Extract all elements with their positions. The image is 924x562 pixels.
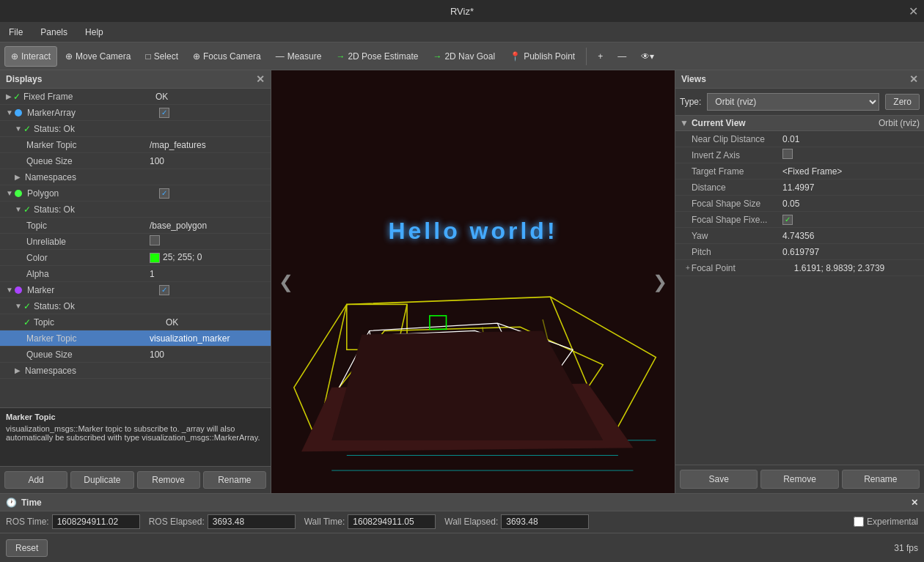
focal-shape-fixed-row[interactable]: Focal Shape Fixe... — [675, 212, 924, 228]
type-label: Type: — [680, 97, 701, 107]
duplicate-button[interactable]: Duplicate — [70, 471, 133, 489]
target-frame-row[interactable]: Target Frame <Fixed Frame> — [675, 163, 924, 180]
wall-time-field: Wall Time: — [304, 514, 436, 529]
description-box: Marker Topic visualization_msgs::Marker … — [0, 407, 271, 466]
yaw-row[interactable]: Yaw 4.74356 — [675, 228, 924, 244]
marker-array-row[interactable]: ▼ MarkerArray — [0, 105, 271, 121]
marker-status-row[interactable]: ▼ ✓ Status: Ok — [0, 298, 271, 314]
pose-estimate-button[interactable]: → 2D Pose Estimate — [329, 46, 425, 67]
polygon-row[interactable]: ▼ Polygon — [0, 185, 271, 201]
ros-time-input[interactable] — [52, 514, 140, 529]
time-close-button[interactable]: ✕ — [911, 498, 918, 508]
remove-view-button[interactable]: Remove — [760, 470, 838, 489]
nav-goal-icon: → — [433, 51, 441, 62]
measure-button[interactable]: — Measure — [269, 46, 329, 67]
interact-icon: ⊕ — [11, 51, 18, 62]
polygon-status-row[interactable]: ▼ ✓ Status: Ok — [0, 201, 271, 218]
marker-array-status-row[interactable]: ▼ ✓ Status: Ok — [0, 121, 271, 137]
reset-button[interactable]: Reset — [6, 539, 48, 557]
desc-text: visualization_msgs::Marker topic to subs… — [6, 424, 265, 442]
queue-size-row[interactable]: Queue Size 100 — [0, 153, 271, 169]
interact-button[interactable]: ⊕ Interact — [4, 46, 57, 67]
marker-topic-status-row[interactable]: ✓ Topic OK — [0, 314, 271, 330]
expand-arrow[interactable]: ▶ — [6, 92, 12, 100]
toolbar: ⊕ Interact ⊕ Move Camera □ Select ⊕ Focu… — [0, 42, 924, 70]
polygon-color-row[interactable]: Color 25; 255; 0 — [0, 250, 271, 266]
namespaces-row[interactable]: ▶ Namespaces — [0, 169, 271, 185]
right-panel: Views ✕ Type: Orbit (rviz) Zero ▼ Curren… — [675, 70, 924, 493]
menu-file[interactable]: File — [6, 26, 26, 39]
near-clip-row[interactable]: Near Clip Distance 0.01 — [675, 131, 924, 147]
polygon-dot — [15, 190, 22, 197]
save-view-button[interactable]: Save — [680, 470, 758, 489]
views-title: Views — [681, 74, 706, 84]
displays-title: Displays — [6, 74, 42, 84]
displays-close-button[interactable]: ✕ — [256, 73, 265, 85]
add-button[interactable]: Add — [4, 471, 67, 489]
nav-left-arrow[interactable]: ❮ — [273, 266, 299, 298]
menu-panels[interactable]: Panels — [37, 26, 70, 39]
add-display-button[interactable]: + — [591, 46, 609, 67]
pitch-row[interactable]: Pitch 0.619797 — [675, 244, 924, 260]
expand-arrow[interactable]: ▼ — [15, 205, 22, 213]
expand-arrow[interactable]: ▼ — [680, 118, 689, 128]
focal-shape-size-row[interactable]: Focal Shape Size 0.05 — [675, 196, 924, 212]
expand-arrow[interactable]: ▼ — [6, 108, 13, 117]
tree-buttons: Add Duplicate Remove Rename — [0, 466, 271, 493]
main-area: Displays ✕ ▶ ✓ Fixed Frame OK ▼ MarkerAr… — [0, 70, 924, 493]
polygon-alpha-row[interactable]: Alpha 1 — [0, 266, 271, 282]
focal-point-row[interactable]: + Focal Point 1.6191; 8.9839; 2.3739 — [675, 260, 924, 276]
experimental-label: Experimental — [867, 517, 918, 527]
select-icon: □ — [145, 51, 150, 62]
ros-elapsed-label: ROS Elapsed: — [149, 517, 205, 527]
expand-arrow[interactable]: ▼ — [6, 189, 13, 197]
views-close-button[interactable]: ✕ — [909, 73, 918, 85]
current-view-header: ▼ Current View Orbit (rviz) — [675, 116, 924, 131]
displays-tree[interactable]: ▶ ✓ Fixed Frame OK ▼ MarkerArray ▼ ✓ Sta… — [0, 89, 271, 407]
fps-display: 31 fps — [894, 543, 918, 553]
type-row: Type: Orbit (rviz) Zero — [675, 89, 924, 116]
type-select[interactable]: Orbit (rviz) — [707, 93, 879, 111]
titlebar: RViz* ✕ — [0, 0, 924, 22]
marker-row[interactable]: ▼ Marker — [0, 282, 271, 298]
close-button[interactable]: ✕ — [909, 4, 918, 18]
invert-z-row[interactable]: Invert Z Axis — [675, 147, 924, 163]
marker-marker-topic-row[interactable]: Marker Topic visualization_marker — [0, 330, 271, 347]
marker-topic-row[interactable]: Marker Topic /map_features — [0, 137, 271, 153]
current-view-label: Current View — [692, 118, 746, 128]
rename-view-button[interactable]: Rename — [842, 470, 920, 489]
zero-button[interactable]: Zero — [885, 94, 920, 110]
ros-elapsed-input[interactable] — [208, 514, 296, 529]
polygon-topic-row[interactable]: Topic /base_polygon — [0, 218, 271, 234]
marker-dot — [15, 286, 22, 294]
wall-elapsed-input[interactable] — [501, 514, 589, 529]
publish-point-button[interactable]: 📍 Publish Point — [503, 46, 582, 67]
camera-settings-button[interactable]: 👁▾ — [634, 46, 661, 67]
focus-camera-button[interactable]: ⊕ Focus Camera — [186, 46, 268, 67]
experimental-checkbox-field: Experimental — [854, 517, 918, 527]
rename-button[interactable]: Rename — [203, 471, 266, 489]
3d-viewport[interactable]: ❮ ❯ Hello world! — [271, 70, 675, 493]
marker-namespaces-row[interactable]: ▶ Namespaces — [0, 363, 271, 379]
expand-arrow[interactable]: ▼ — [15, 302, 22, 310]
experimental-checkbox[interactable] — [854, 517, 864, 527]
wall-time-input[interactable] — [348, 514, 436, 529]
nav-goal-button[interactable]: → 2D Nav Goal — [426, 46, 502, 67]
move-camera-button[interactable]: ⊕ Move Camera — [59, 46, 137, 67]
color-swatch[interactable] — [150, 253, 160, 263]
pose-estimate-icon: → — [336, 51, 345, 62]
focus-camera-icon: ⊕ — [193, 51, 200, 62]
expand-arrow[interactable]: ▶ — [15, 366, 21, 374]
menu-help[interactable]: Help — [82, 26, 106, 39]
remove-display-button[interactable]: — — [611, 46, 633, 67]
nav-right-arrow[interactable]: ❯ — [647, 266, 673, 298]
remove-button[interactable]: Remove — [137, 471, 200, 489]
expand-arrow[interactable]: ▼ — [15, 125, 22, 133]
select-button[interactable]: □ Select — [139, 46, 185, 67]
marker-queue-size-row[interactable]: Queue Size 100 — [0, 347, 271, 363]
polygon-unreliable-row[interactable]: Unreliable — [0, 234, 271, 250]
distance-row[interactable]: Distance 11.4997 — [675, 180, 924, 196]
expand-arrow[interactable]: ▶ — [15, 173, 21, 181]
expand-arrow[interactable]: ▼ — [6, 286, 13, 294]
fixed-frame-row[interactable]: ▶ ✓ Fixed Frame OK — [0, 89, 271, 105]
